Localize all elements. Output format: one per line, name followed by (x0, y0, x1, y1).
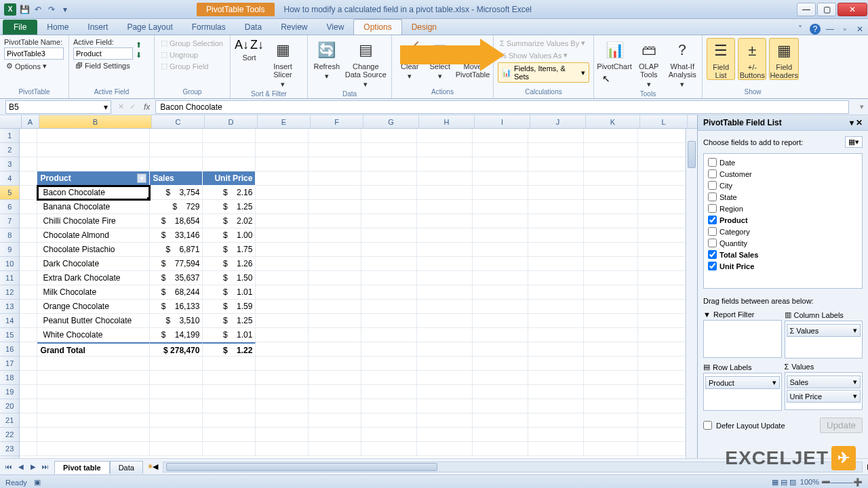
view-break-icon[interactable]: ▨ (789, 478, 796, 486)
field-checkbox[interactable] (708, 239, 717, 247)
cell-C14[interactable]: $ 3,510 (150, 314, 203, 328)
cell-F14[interactable] (309, 314, 361, 328)
spreadsheet-grid[interactable]: ABCDEFGHIJKL 123456789101112131415161718… (0, 115, 697, 458)
cell-J4[interactable] (528, 171, 584, 186)
cell-L10[interactable] (638, 257, 686, 271)
cell-F4[interactable] (309, 171, 361, 186)
cell-B2[interactable] (37, 143, 150, 157)
cell-B11[interactable]: Extra Dark Chocolate (37, 271, 150, 285)
cell-K16[interactable] (584, 342, 638, 357)
cell-I16[interactable] (473, 342, 528, 357)
cell-A7[interactable] (20, 214, 37, 228)
cell-E13[interactable] (256, 300, 309, 314)
cell-B10[interactable]: Dark Chocolate (37, 257, 150, 271)
select-all-corner[interactable] (0, 115, 22, 128)
cell-K21[interactable] (584, 413, 638, 428)
cell-G16[interactable] (361, 342, 417, 357)
chevron-down-icon[interactable]: ▾ (853, 378, 857, 386)
cell-H17[interactable] (417, 357, 473, 371)
cell-L20[interactable] (638, 399, 686, 413)
cell-L12[interactable] (638, 285, 686, 300)
view-normal-icon[interactable]: ▦ (772, 478, 778, 486)
help-icon[interactable]: ? (810, 24, 821, 35)
zoom-out-icon[interactable]: ➖ (821, 478, 831, 486)
cell-H15[interactable] (417, 328, 473, 342)
cell-J13[interactable] (528, 300, 584, 314)
tab-formulas[interactable]: Formulas (182, 20, 235, 35)
cell-F9[interactable] (309, 243, 361, 257)
cell-I21[interactable] (473, 413, 528, 428)
row-header-4[interactable]: 4 (0, 171, 19, 186)
row-header-13[interactable]: 13 (0, 300, 19, 314)
cell-D10[interactable]: $ 1.26 (203, 257, 256, 271)
cell-D3[interactable] (203, 157, 256, 171)
row-header-5[interactable]: 5 (0, 186, 19, 200)
cell-E21[interactable] (256, 413, 309, 428)
cell-G8[interactable] (361, 228, 417, 243)
cell-K13[interactable] (584, 300, 638, 314)
cell-D20[interactable] (203, 399, 256, 413)
cell-D6[interactable]: $ 1.25 (203, 200, 256, 214)
cell-E15[interactable] (256, 328, 309, 342)
prev-sheet-icon[interactable]: ◀ (15, 461, 27, 473)
field-item-customer[interactable]: Customer (707, 168, 859, 180)
cell-F1[interactable] (309, 129, 361, 143)
cell-D19[interactable] (203, 385, 256, 399)
cell-D11[interactable]: $ 1.50 (203, 271, 256, 285)
tab-data[interactable]: Data (235, 20, 271, 35)
field-checkbox[interactable] (708, 192, 717, 201)
cell-K4[interactable] (584, 171, 638, 186)
cell-C10[interactable]: $ 77,594 (150, 257, 203, 271)
value-chip-sales[interactable]: Sales▾ (787, 375, 861, 388)
cell-I7[interactable] (473, 214, 528, 228)
doc-restore-icon[interactable]: ▫ (840, 24, 850, 35)
cell-B15[interactable]: White Chocolate (37, 328, 150, 342)
cell-E11[interactable] (256, 271, 309, 285)
cell-E10[interactable] (256, 257, 309, 271)
cell-I22[interactable] (473, 428, 528, 442)
cell-L13[interactable] (638, 300, 686, 314)
cell-A4[interactable] (20, 171, 37, 186)
cell-B20[interactable] (37, 399, 150, 413)
cell-G20[interactable] (361, 399, 417, 413)
row-header-7[interactable]: 7 (0, 214, 19, 228)
cell-L23[interactable] (638, 442, 686, 456)
cell-E19[interactable] (256, 385, 309, 399)
cell-E20[interactable] (256, 399, 309, 413)
cell-K23[interactable] (584, 442, 638, 456)
cell-C23[interactable] (150, 442, 203, 456)
row-header-15[interactable]: 15 (0, 328, 19, 342)
cell-B8[interactable]: Chocolate Almond (37, 228, 150, 243)
field-checkbox[interactable] (708, 227, 717, 236)
column-header-F[interactable]: F (311, 115, 363, 128)
cell-K3[interactable] (584, 157, 638, 171)
cell-H10[interactable] (417, 257, 473, 271)
field-item-state[interactable]: State (707, 191, 859, 203)
zoom-in-icon[interactable]: ➕ (853, 478, 863, 486)
cell-H4[interactable] (417, 171, 473, 186)
cell-F6[interactable] (309, 200, 361, 214)
cell-D15[interactable]: $ 1.01 (203, 328, 256, 342)
cell-L22[interactable] (638, 428, 686, 442)
cell-F15[interactable] (309, 328, 361, 342)
column-header-A[interactable]: A (22, 115, 39, 128)
save-icon[interactable]: 💾 (19, 4, 30, 15)
scroll-left-icon[interactable]: ◀ (153, 462, 158, 471)
cell-L2[interactable] (638, 143, 686, 157)
cell-I9[interactable] (473, 243, 528, 257)
cell-G10[interactable] (361, 257, 417, 271)
cell-C13[interactable]: $ 16,133 (150, 300, 203, 314)
cell-D16[interactable]: $ 1.22 (203, 342, 256, 357)
cell-F2[interactable] (309, 143, 361, 157)
field-headers-button[interactable]: ▦Field Headers (769, 38, 799, 80)
cell-I11[interactable] (473, 271, 528, 285)
zoom-level[interactable]: 100% (800, 478, 819, 486)
cell-D2[interactable] (203, 143, 256, 157)
cell-H3[interactable] (417, 157, 473, 171)
cell-D5[interactable]: $ 2.16 (203, 186, 256, 200)
cell-E22[interactable] (256, 428, 309, 442)
tab-home[interactable]: Home (37, 20, 78, 35)
cell-B16[interactable]: Grand Total (37, 342, 150, 357)
cell-H12[interactable] (417, 285, 473, 300)
cell-A2[interactable] (20, 143, 37, 157)
